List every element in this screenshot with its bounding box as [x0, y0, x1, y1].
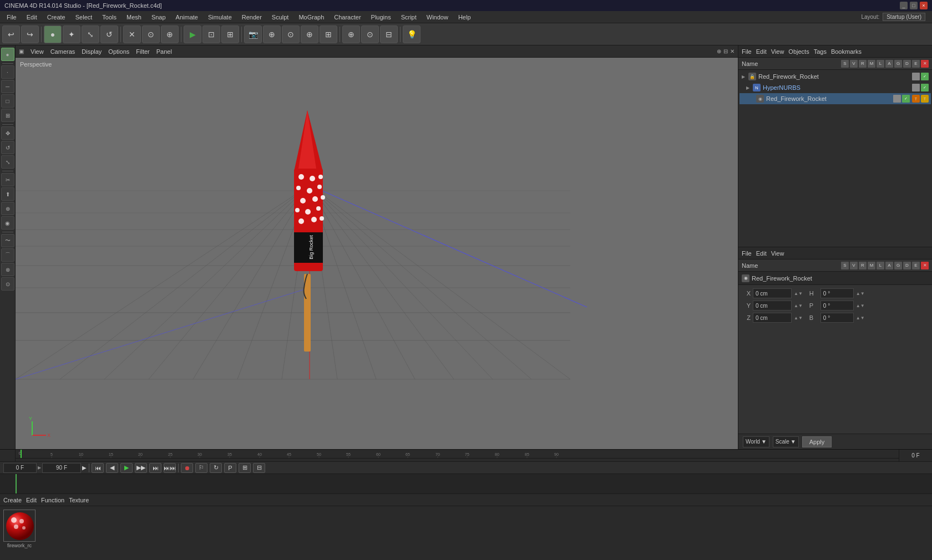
- attr-p-val[interactable]: 0 °: [820, 301, 854, 310]
- obj-icon-r[interactable]: R: [859, 60, 867, 68]
- obj-btn-gray2[interactable]: [912, 84, 920, 91]
- menu-help[interactable]: Help: [454, 13, 475, 22]
- cloud-button[interactable]: ⊞: [320, 26, 337, 43]
- obj-btn-gray1[interactable]: [912, 73, 920, 80]
- menu-sculpt[interactable]: Sculpt: [267, 13, 293, 22]
- instance-button[interactable]: ⊙: [361, 26, 379, 43]
- obj-icon-a[interactable]: A: [885, 60, 893, 68]
- vp-btn-1[interactable]: ⊕: [717, 48, 721, 54]
- render-to-po-button[interactable]: ⊞: [221, 26, 239, 43]
- attr-menu-edit[interactable]: Edit: [756, 250, 767, 257]
- window-controls[interactable]: _ □ ×: [900, 2, 928, 9]
- frame-input-mid[interactable]: 90 F: [42, 463, 81, 473]
- left-btn-rotate[interactable]: ↺: [1, 141, 14, 154]
- attr-b-arrow[interactable]: ▲▼: [856, 315, 865, 320]
- menu-create[interactable]: Create: [43, 13, 70, 22]
- obj-menu-bookmarks[interactable]: Bookmarks: [831, 48, 862, 55]
- attr-icon-d[interactable]: D: [903, 262, 911, 269]
- skip-to-end-button[interactable]: ⏭: [149, 463, 161, 473]
- left-btn-spline1[interactable]: 〜: [1, 234, 14, 247]
- left-btn-extrude[interactable]: ⬆: [1, 187, 14, 201]
- record-button[interactable]: ⏭⏭: [164, 463, 176, 473]
- skip-to-start-button[interactable]: ⏮: [92, 463, 104, 473]
- grid-button[interactable]: ⊞: [239, 463, 251, 473]
- world-dropdown[interactable]: World ▼: [743, 436, 769, 447]
- obj-menu-file[interactable]: File: [742, 48, 752, 55]
- attr-icon-r[interactable]: R: [859, 262, 867, 269]
- object-row-child[interactable]: ◉ Red_Firework_Rocket ✓ T T: [739, 93, 931, 104]
- menu-mograph[interactable]: MoGraph: [294, 13, 328, 22]
- object-row-hypernurbs[interactable]: ▶ N HyperNURBS ✓: [739, 82, 931, 93]
- paint-button[interactable]: 💡: [403, 26, 421, 43]
- left-btn-points[interactable]: ·: [1, 65, 14, 79]
- left-btn-paint[interactable]: ⊗: [1, 263, 14, 276]
- obj-btn-check2[interactable]: ✓: [921, 84, 929, 91]
- maximize-button[interactable]: □: [910, 2, 918, 9]
- obj-icon-m[interactable]: M: [868, 60, 875, 68]
- menu-edit[interactable]: Edit: [22, 13, 42, 22]
- left-btn-scale[interactable]: ⤡: [1, 155, 14, 169]
- vp-menu-filter[interactable]: Filter: [136, 48, 149, 55]
- obj-icon-v[interactable]: V: [850, 60, 858, 68]
- vp-menu-options[interactable]: Options: [108, 48, 129, 55]
- attr-z-arrow[interactable]: ▲▼: [794, 315, 803, 320]
- obj-menu-tags[interactable]: Tags: [814, 48, 827, 55]
- frame-arrow[interactable]: ▶: [38, 465, 41, 470]
- attr-x-pos[interactable]: 0 cm: [753, 288, 792, 298]
- obj-menu-objects[interactable]: Objects: [788, 48, 809, 55]
- attr-y-arrow[interactable]: ▲▼: [794, 303, 803, 308]
- mat-menu-edit[interactable]: Edit: [26, 497, 37, 503]
- rotate-tool-button[interactable]: ↺: [100, 26, 118, 43]
- left-btn-poly[interactable]: □: [1, 94, 14, 108]
- menu-file[interactable]: File: [2, 13, 21, 22]
- render-region-button[interactable]: ⊡: [202, 26, 220, 43]
- material-item[interactable]: firework_rc: [3, 510, 36, 548]
- menu-animate[interactable]: Animate: [171, 13, 202, 22]
- vp-menu-display[interactable]: Display: [82, 48, 102, 55]
- mat-menu-function[interactable]: Function: [41, 497, 64, 503]
- left-btn-magnet[interactable]: ⊙: [1, 277, 14, 291]
- close-button[interactable]: ×: [920, 2, 928, 9]
- attr-h-arrow[interactable]: ▲▼: [856, 291, 865, 296]
- edge-select-button[interactable]: ⊕: [161, 26, 179, 43]
- left-btn-edges[interactable]: ─: [1, 80, 14, 93]
- menu-simulate[interactable]: Simulate: [204, 13, 236, 22]
- menu-render[interactable]: Render: [237, 13, 266, 22]
- attr-menu-file[interactable]: File: [742, 250, 752, 257]
- undo-button[interactable]: ↩: [2, 26, 20, 43]
- obj-btn-check[interactable]: ✓: [921, 73, 929, 80]
- attr-icon-x[interactable]: ✕: [921, 262, 929, 269]
- scale-tool-button[interactable]: ⤡: [82, 26, 99, 43]
- vp-btn-2[interactable]: ⊟: [723, 48, 728, 54]
- menu-script[interactable]: Script: [397, 13, 421, 22]
- vp-btn-close[interactable]: ✕: [730, 48, 735, 54]
- sky-button[interactable]: ⊕: [301, 26, 318, 43]
- light-button[interactable]: ⊕: [263, 26, 281, 43]
- obj-icon-l[interactable]: L: [877, 60, 884, 68]
- left-btn-weld[interactable]: ◉: [1, 216, 14, 230]
- menu-tools[interactable]: Tools: [98, 13, 121, 22]
- obj-icon-s[interactable]: S: [841, 60, 849, 68]
- render-button[interactable]: ▶: [184, 26, 201, 43]
- attr-y-pos[interactable]: 0 cm: [753, 301, 792, 310]
- object-select-button[interactable]: ⊙: [142, 26, 160, 43]
- attr-icon-e[interactable]: E: [912, 262, 920, 269]
- attr-x-arrow[interactable]: ▲▼: [794, 291, 803, 296]
- left-btn-knife[interactable]: ✂: [1, 173, 14, 186]
- menu-window[interactable]: Window: [422, 13, 453, 22]
- prev-frame-button[interactable]: ◀: [106, 463, 118, 473]
- left-btn-mode1[interactable]: ●: [1, 48, 14, 61]
- redo-button[interactable]: ↪: [21, 26, 39, 43]
- new-object-button[interactable]: ✕: [123, 26, 141, 43]
- attr-icon-v[interactable]: V: [850, 262, 858, 269]
- left-btn-nurbs[interactable]: ⊞: [1, 109, 14, 122]
- array-button[interactable]: ⊕: [342, 26, 360, 43]
- obj-icon-d[interactable]: D: [903, 60, 911, 68]
- move-tool-button[interactable]: ✦: [63, 26, 80, 43]
- live-selection-button[interactable]: ●: [44, 26, 62, 43]
- left-btn-spline2[interactable]: ⌒: [1, 248, 14, 262]
- menu-select[interactable]: Select: [71, 13, 97, 22]
- attr-icon-a[interactable]: A: [885, 262, 893, 269]
- menu-character[interactable]: Character: [330, 13, 365, 22]
- menu-plugins[interactable]: Plugins: [367, 13, 396, 22]
